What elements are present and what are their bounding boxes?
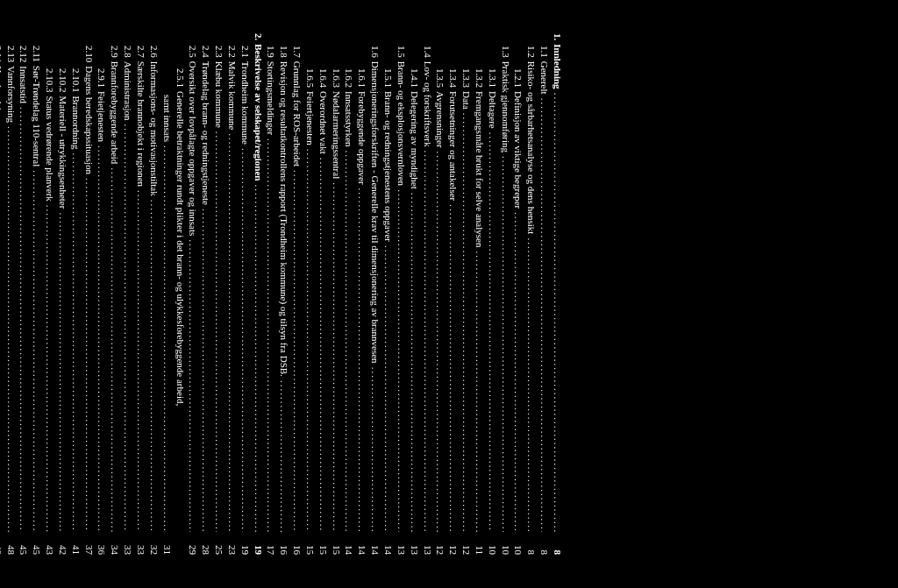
toc-leader-dots (446, 204, 460, 532)
toc-entry-label: Definisjon av viktige begreper (512, 91, 525, 209)
toc-leader-dots (343, 151, 356, 532)
toc-entry-label: Oversikt over lovpålagte oppgaver og inn… (187, 61, 200, 236)
toc-entry-page: 16 (277, 535, 290, 555)
toc-row: 1.4Lov- og forskriftsverk13 (421, 33, 434, 555)
toc-leader-dots (290, 170, 303, 532)
toc-leader-dots (265, 138, 278, 532)
toc-leader-dots (317, 158, 330, 532)
toc-entry-number: 2.5 (187, 33, 200, 61)
toc-entry-number: 2.5.1 (174, 33, 187, 91)
toc-entry-page: 8 (551, 535, 564, 555)
toc-leader-dots (225, 133, 239, 532)
toc-row: 2.1Trondheim kommune19 (239, 33, 252, 555)
toc-leader-dots (0, 125, 4, 532)
toc-leader-dots (434, 152, 447, 532)
toc-entry-label: Generelt (538, 61, 551, 95)
toc-entry-label: Revisjon og resultatkontrollens rapport … (277, 61, 290, 377)
toc-leader-dots (199, 209, 212, 532)
toc-row: 1.2Risiko- og sårbarhetsanalyse og dens … (524, 33, 538, 555)
toc-entry-label: Data (460, 91, 473, 110)
toc-entry-label: Forutsetninger og antakelser (446, 91, 460, 201)
toc-entry-page: 10 (499, 535, 512, 555)
toc-entry-label: Materiell - utrykkingsenheter (56, 96, 69, 209)
toc-entry-page: 8 (538, 535, 551, 555)
toc-entry-label: Forebyggende oppgaver (356, 91, 369, 185)
toc-entry-number: 1.9 (265, 33, 278, 61)
toc-leader-dots (277, 380, 290, 532)
toc-leader-dots (473, 251, 486, 532)
toc-leader-dots (96, 145, 109, 532)
toc-leader-dots (538, 98, 551, 532)
toc-entry-label: Praktisk gjennomføring (499, 61, 512, 152)
toc-leader-dots (395, 189, 408, 532)
toc-entry-label: Delegering av myndighet (408, 91, 421, 189)
toc-entry-number: 2.10.1 (69, 33, 82, 96)
toc-row: 2.5Oversikt over lovpålagte oppgaver og … (187, 33, 200, 555)
toc-entry-page: 10 (512, 535, 525, 555)
toc-entry-page: 45 (30, 535, 43, 555)
toc-entry-number: 1.1 (538, 33, 551, 61)
toc-row: 2.8Administrasjon33 (121, 33, 134, 555)
toc-entry-label: Status vedrørende planverk (43, 96, 56, 202)
toc-entry-number: 1. (551, 33, 564, 44)
toc-leader-dots (30, 170, 43, 532)
toc-entry-number: 1.6 (368, 33, 381, 61)
toc-row: 1.3.3Data12 (460, 33, 473, 555)
toc-row: 2.4Trøndelag brann- og redningstjeneste2… (199, 33, 212, 555)
toc-leader-dots (408, 193, 421, 532)
toc-entry-number: 1.5 (395, 33, 408, 61)
toc-row: 2.7Særskilte brannobjekt i regionen33 (134, 33, 147, 555)
toc-entry-number: 1.2.1 (512, 33, 525, 91)
toc-entry-label: Informasjons- og motivasjonstiltak (147, 61, 160, 196)
toc-row: 2.5.1Generelle betraktninger rundt plikt… (174, 33, 187, 555)
toc-row: 1.6.1Forebyggende oppgaver14 (356, 33, 369, 555)
toc-row: 1.5Brann- og eksplosjonsvernloven13 (395, 33, 408, 555)
toc-leader-dots (524, 237, 538, 532)
toc-entry-label: Nødalarmeringssentral (330, 91, 343, 179)
toc-entry-label: Brannordning (69, 96, 82, 150)
toc-leader-dots (486, 132, 499, 532)
toc-entry-number: 1.6.1 (356, 33, 369, 91)
toc-entry-label: Administrasjon (121, 61, 134, 121)
toc-row: 1.6.2Innsatsstyrken14 (343, 33, 356, 555)
toc-leader-dots (69, 153, 82, 532)
toc-entry-number: 2.4 (199, 33, 212, 61)
toc-leader-dots (56, 212, 69, 532)
toc-entry-page: 12 (446, 535, 460, 555)
toc-row: 1.3.4Forutsetninger og antakelser12 (446, 33, 460, 555)
toc-leader-dots (239, 148, 252, 532)
toc-entry-number: 2.10 (82, 33, 96, 66)
toc-leader-dots (4, 126, 18, 532)
toc-entry-number: 2.3 (212, 33, 225, 61)
toc-row: 2.11Sør-Trøndelag 110-sentral45 (30, 33, 43, 555)
toc-entry-number: 2.10.3 (43, 33, 56, 96)
toc-entry-page: 28 (199, 535, 212, 555)
toc-entry-page: 25 (212, 535, 225, 555)
toc-entry-number: 1.4 (421, 33, 434, 61)
toc-entry-page: 15 (317, 535, 330, 555)
toc-row: 2.3Klæbu kommune25 (212, 33, 225, 555)
toc-entry-page: 11 (473, 535, 486, 555)
toc-entry-label: Dimensjoneringsforskriften - Generelle k… (368, 61, 381, 364)
toc-entry-label: Klæbu kommune (212, 61, 225, 128)
toc-leader-dots (551, 93, 564, 532)
toc-entry-label: Trondheim kommune (239, 61, 252, 145)
toc-row: 2.6Informasjons- og motivasjonstiltak32 (147, 33, 160, 555)
toc-entry-number: 1.3.3 (460, 33, 473, 91)
toc-entry-label: Dagens beredskapssituasjon (82, 66, 96, 174)
toc-entry-number: 1.3 (499, 33, 512, 61)
toc-row: 1.4.1Delegering av myndighet13 (408, 33, 421, 555)
toc-row: 1.6.5Feiertjenesten15 (303, 33, 317, 555)
toc-entry-page: 14 (368, 535, 381, 555)
toc-leader-dots (303, 149, 317, 532)
toc-entry-label: Sør-Trøndelag 110-sentral (30, 66, 43, 166)
toc-leader-dots (252, 184, 265, 532)
toc-entry-page: 13 (408, 535, 421, 555)
toc-leader-dots (121, 124, 134, 532)
toc-row: 1.2.1Definisjon av viktige begreper10 (512, 33, 525, 555)
toc-entry-number: 1.6.3 (330, 33, 343, 91)
toc-row: 2.10.3Status vedrørende planverk43 (43, 33, 56, 555)
toc-entry-page: 12 (434, 535, 447, 555)
toc-entry-label: Høyderedskap (0, 66, 4, 122)
toc-entry-number: 1.3.1 (486, 33, 499, 91)
